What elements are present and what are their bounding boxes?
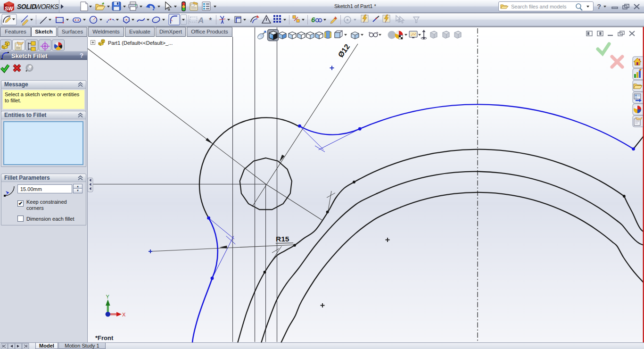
svg-text:+: + [1, 54, 4, 58]
svg-text:R15: R15 [276, 235, 289, 243]
svg-text:WORKS: WORKS [35, 3, 59, 10]
svg-text:*Front: *Front [95, 334, 114, 341]
svg-text:6: 6 [311, 16, 315, 24]
svg-text:A: A [198, 16, 204, 25]
svg-text:SW: SW [5, 6, 14, 11]
svg-text:Y: Y [106, 294, 110, 299]
svg-text:+: + [334, 15, 337, 21]
svg-text:X: X [122, 312, 126, 317]
svg-text:Search files and models: Search files and models [511, 4, 567, 9]
svg-text:SOLID: SOLID [17, 3, 36, 10]
svg-text:?: ? [597, 2, 601, 10]
svg-text:Part1 (Default<<Default>_...: Part1 (Default<<Default>_... [108, 40, 173, 46]
svg-text:*: * [209, 16, 212, 25]
